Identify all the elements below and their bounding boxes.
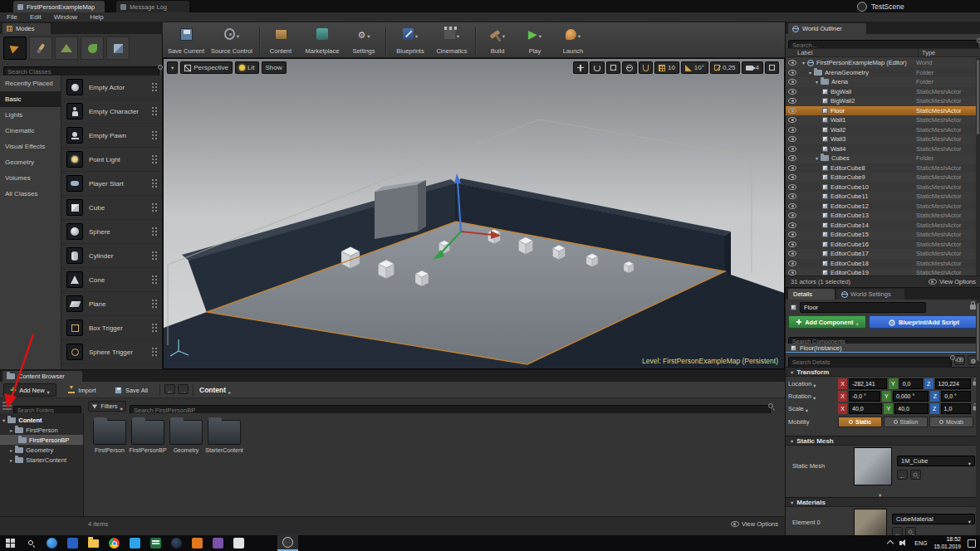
placeable-sphere-trigger[interactable]: Sphere Trigger <box>61 340 162 364</box>
placeable-point-light[interactable]: Point Light <box>61 148 162 172</box>
visibility-eye-icon[interactable] <box>788 155 796 161</box>
placeable-empty-pawn[interactable]: Empty Pawn <box>61 124 162 148</box>
outliner-row[interactable]: EditorCube19StaticMeshActor <box>786 268 976 276</box>
visibility-eye-icon[interactable] <box>788 70 796 76</box>
outliner-row[interactable]: BigWallStaticMeshActor <box>786 87 976 97</box>
outliner-row[interactable]: Wall3StaticMeshActor <box>786 134 976 144</box>
mobility-static-button[interactable]: Static <box>838 417 882 427</box>
visibility-eye-icon[interactable] <box>788 212 796 218</box>
mobility-stationary-button[interactable]: Station <box>884 417 928 427</box>
mode-paint-button[interactable] <box>29 37 52 60</box>
rotation-x-value[interactable]: -0,0 ° <box>849 391 880 402</box>
visibility-eye-icon[interactable] <box>788 117 796 123</box>
placeable-cylinder[interactable]: Cylinder <box>61 244 162 268</box>
blueprint-add-script-button[interactable]: Blueprint/Add Script <box>869 315 978 329</box>
visibility-eye-icon[interactable] <box>788 89 796 95</box>
import-button[interactable]: Import <box>60 383 105 397</box>
drag-grip-icon[interactable] <box>151 227 158 236</box>
tab-first-person-example-map[interactable]: FirstPersonExampleMap <box>13 1 105 12</box>
placeable-empty-actor[interactable]: Empty Actor <box>61 76 162 100</box>
build-button[interactable]: Build <box>480 25 515 56</box>
outliner-row[interactable]: EditorCube10StaticMeshActor <box>786 183 976 193</box>
world-outliner-tab[interactable]: World Outliner <box>788 23 866 34</box>
marketplace-button[interactable]: Marketplace <box>301 25 344 56</box>
category-visual-effects[interactable]: Visual Effects <box>0 139 61 154</box>
visual-studio-icon[interactable] <box>208 535 228 551</box>
visibility-eye-icon[interactable] <box>788 184 796 190</box>
visibility-eye-icon[interactable] <box>788 60 796 66</box>
expander-icon[interactable]: ▾ <box>809 70 811 76</box>
outliner-row[interactable]: ▾ArenaGeometryFolder <box>786 68 976 78</box>
bandicam-icon[interactable] <box>187 535 208 551</box>
tree-item-firstperson[interactable]: FirstPerson <box>0 425 83 435</box>
blueprints-button[interactable]: Blueprints <box>390 25 430 56</box>
outliner-row[interactable]: Wall2StaticMeshActor <box>786 125 976 135</box>
placeable-box-trigger[interactable]: Box Trigger <box>61 316 162 340</box>
details-scrollbar[interactable] <box>976 300 980 535</box>
outliner-row[interactable]: ▾ArenaFolder <box>786 77 976 87</box>
use-selected-asset-button[interactable] <box>892 527 903 535</box>
launch-button[interactable]: Launch <box>553 25 593 56</box>
notification-center-icon[interactable] <box>968 539 976 548</box>
outliner-row-selected[interactable]: FloorStaticMeshActor <box>786 106 976 116</box>
outliner-row[interactable]: EditorCube12StaticMeshActor <box>786 202 976 212</box>
drag-grip-icon[interactable] <box>151 130 158 140</box>
visibility-eye-icon[interactable] <box>788 98 796 104</box>
placeable-sphere[interactable]: Sphere <box>61 220 162 244</box>
content-browser-tab[interactable]: Content Browser <box>2 371 82 382</box>
breadcrumb[interactable]: Content <box>199 383 231 397</box>
mobility-movable-button[interactable]: Movab <box>929 417 973 427</box>
use-selected-asset-button[interactable] <box>897 470 908 480</box>
placeable-plane[interactable]: Plane <box>61 292 162 316</box>
drag-grip-icon[interactable] <box>151 275 158 285</box>
drag-grip-icon[interactable] <box>151 299 158 309</box>
file-explorer-icon[interactable] <box>83 535 104 551</box>
visibility-eye-icon[interactable] <box>788 165 796 171</box>
category-geometry[interactable]: Geometry <box>0 154 61 170</box>
outliner-row[interactable]: EditorCube15StaticMeshActor <box>786 230 976 240</box>
drag-grip-icon[interactable] <box>151 106 158 116</box>
visibility-eye-icon[interactable] <box>788 241 796 247</box>
outliner-row[interactable]: EditorCube8StaticMeshActor <box>786 163 976 173</box>
tree-item-firstpersonbp[interactable]: FirstPersonBP <box>0 435 83 445</box>
camera-speed-button[interactable]: 4 <box>742 61 763 74</box>
excel-icon[interactable] <box>145 535 166 551</box>
visibility-eye-icon[interactable] <box>788 79 796 85</box>
lock-icon[interactable] <box>970 305 976 310</box>
placeable-player-start[interactable]: Player Start <box>61 172 162 196</box>
outliner-row[interactable]: EditorCube14StaticMeshActor <box>786 221 976 231</box>
visibility-eye-icon[interactable] <box>788 270 796 276</box>
settings-button[interactable]: Settings <box>345 25 382 56</box>
grid-snap-button[interactable]: 10 <box>654 61 679 74</box>
visibility-eye-icon[interactable] <box>788 108 796 114</box>
outliner-row[interactable]: Wall1StaticMeshActor <box>786 115 976 125</box>
material-dropdown[interactable]: CubeMaterial <box>892 514 975 524</box>
menu-edit[interactable]: Edit <box>30 13 42 21</box>
edge-icon[interactable] <box>42 535 62 551</box>
actor-name-input[interactable] <box>800 302 926 313</box>
add-component-button[interactable]: Add Component <box>788 315 866 329</box>
visibility-eye-icon[interactable] <box>788 174 796 180</box>
scale-tool-button[interactable] <box>606 61 620 74</box>
sources-panel-toggle[interactable] <box>2 402 12 410</box>
chrome-icon[interactable] <box>104 535 125 551</box>
folder-tile-firstperson[interactable]: FirstPerson <box>91 420 129 454</box>
outliner-row[interactable]: ▾FirstPersonExampleMap (Editor)World <box>786 58 976 68</box>
static-mesh-section-header[interactable]: Static Mesh <box>786 436 980 446</box>
start-button[interactable] <box>0 535 21 551</box>
expander-icon[interactable]: ▾ <box>816 79 818 85</box>
menu-window[interactable]: Window <box>54 13 77 21</box>
menu-file[interactable]: File <box>7 13 17 21</box>
expander-icon[interactable]: ▾ <box>816 155 818 161</box>
modes-tab[interactable]: Modes <box>2 23 51 34</box>
save-current-button[interactable]: Save Current <box>166 25 206 56</box>
category-volumes[interactable]: Volumes <box>0 170 61 186</box>
maximize-viewport-button[interactable] <box>765 61 779 74</box>
drag-grip-icon[interactable] <box>151 251 158 261</box>
outliner-column-header[interactable]: Label Type <box>786 48 980 57</box>
category-lights[interactable]: Lights <box>0 107 61 123</box>
tree-item-content-root[interactable]: Content <box>0 415 83 425</box>
world-space-button[interactable] <box>622 61 637 74</box>
location-z-value[interactable]: 120,224 <box>935 378 971 389</box>
browse-to-asset-button[interactable] <box>905 527 916 535</box>
